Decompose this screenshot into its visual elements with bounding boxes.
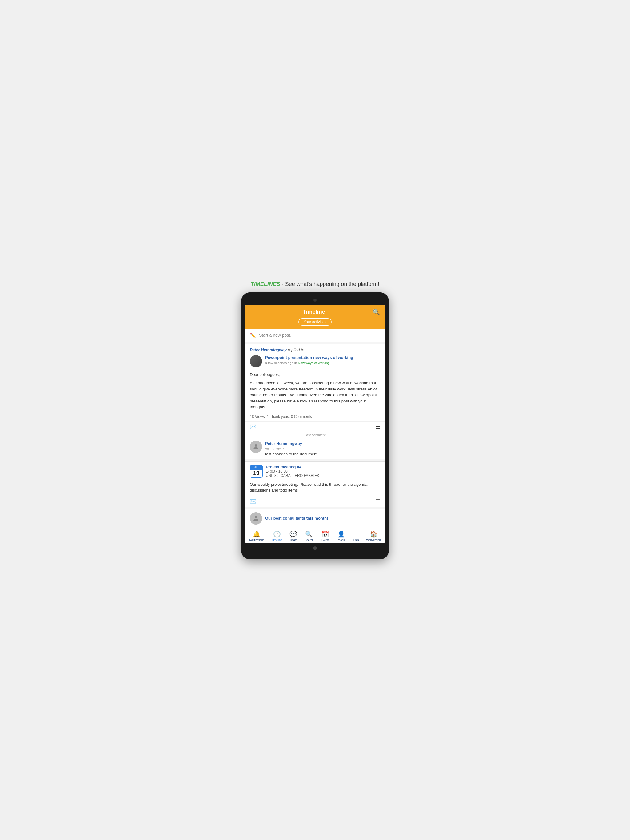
nav-label-webversion: Webversion [366,538,380,542]
timeline-icon: 🕐 [273,531,281,538]
post-action: replied to [288,347,304,352]
event-title[interactable]: Project meeting #4 [266,464,319,469]
people-icon: 👤 [337,531,345,538]
nav-item-chats[interactable]: 💬 Chats [288,530,299,542]
comment-content-1: Peter Hemmingway 29 Jun 2017 last change… [265,441,317,456]
event-info: Project meeting #4 14:00 - 16:30 UNIT80,… [266,464,319,478]
nav-label-lists: Lists [353,538,359,542]
comment-row-1: Peter Hemmingway 29 Jun 2017 last change… [245,438,385,459]
header-search-icon[interactable]: 🔍 [372,308,380,316]
tablet-home-button[interactable] [313,546,317,550]
lists-icon: ☰ [353,531,359,538]
event-email-icon[interactable]: ✉️ [250,498,256,505]
avatar-1 [250,355,262,368]
webversion-icon: 🏠 [370,531,377,538]
post-link-title-1[interactable]: Powerpoint presentation new ways of work… [265,355,353,360]
tablet-device: ☰ Timeline 🔍 Your activities ✏️ Start a … [241,292,389,559]
nav-item-events[interactable]: 📅 Events [319,530,332,542]
post-title-area: Powerpoint presentation new ways of work… [265,355,353,365]
last-comment-divider: Last comment [245,432,385,438]
pencil-icon: ✏️ [250,332,256,338]
search-nav-icon: 🔍 [305,531,313,538]
header-top-row: ☰ Timeline 🔍 [250,308,380,316]
event-header-row: Jul 19 Project meeting #4 14:00 - 16:30 … [245,461,385,480]
commenter-avatar [250,441,262,453]
event-card-1: Jul 19 Project meeting #4 14:00 - 16:30 … [245,461,385,507]
app-title: Timeline [303,309,325,315]
new-post-placeholder: Start a new post... [259,333,294,338]
nav-item-lists[interactable]: ☰ Lists [351,530,361,542]
post-content: As announced last week, we are consideri… [250,380,380,410]
calendar-month: Jul [250,465,263,469]
nav-item-timeline[interactable]: 🕐 Timeline [270,530,284,542]
svg-point-1 [255,516,257,518]
commenter-name: Peter Hemmingway [265,441,302,446]
post-actions-1: ✉️ ☰ [245,421,385,432]
comment-text: last changes to the document [265,452,317,456]
nav-label-events: Events [321,538,330,542]
nav-item-search[interactable]: 🔍 Search [303,530,316,542]
page-tagline: TIMELINES - See what's happening on the … [251,281,380,287]
email-icon[interactable]: ✉️ [250,423,256,430]
activities-button[interactable]: Your activities [298,318,332,325]
nav-label-people: People [337,538,345,542]
list-icon[interactable]: ☰ [375,423,380,430]
avatar-2 [250,512,262,524]
post-meta-1: Peter Hemmingway replied to [245,344,385,354]
hamburger-icon[interactable]: ☰ [250,308,255,316]
nav-item-people[interactable]: 👤 People [335,530,347,542]
post-stats-1: 18 Views, 1 Thank yous, 0 Comments [245,413,385,421]
calendar-badge: Jul 19 [250,464,263,478]
nav-item-webversion[interactable]: 🏠 Webversion [364,530,382,542]
post-body-1: Dear colleagues, As announced last week,… [245,370,385,413]
calendar-day: 19 [250,469,263,477]
bottom-nav: 🔔 Notifications 🕐 Timeline 💬 Chats 🔍 Sea… [245,527,385,543]
post-card-1: Peter Hemmingway replied to Powerpoint p… [245,344,385,459]
post-author: Peter Hemmingway [250,347,287,352]
notifications-icon: 🔔 [253,531,261,538]
nav-label-notifications: Notifications [249,538,264,542]
svg-point-0 [255,444,257,447]
nav-label-timeline: Timeline [272,538,282,542]
nav-label-search: Search [305,538,314,542]
content-area: ✏️ Start a new post... Peter Hemmingway … [245,329,385,527]
tagline-rest: - See what's happening on the platform! [280,281,380,287]
event-list-icon[interactable]: ☰ [375,498,380,505]
post-header-row-1: Powerpoint presentation new ways of work… [245,354,385,370]
nav-label-chats: Chats [290,538,297,542]
tablet-screen: ☰ Timeline 🔍 Your activities ✏️ Start a … [245,305,385,543]
event-location: UNIT80, CABALLERO FABRIEK [266,474,319,478]
tablet-camera [313,298,317,302]
event-time: 14:00 - 16:30 [266,469,319,474]
new-post-bar[interactable]: ✏️ Start a new post... [245,329,385,342]
post-greeting: Dear colleagues, [250,372,380,378]
chats-icon: 💬 [290,531,297,538]
event-actions: ✉️ ☰ [245,496,385,507]
nav-item-notifications[interactable]: 🔔 Notifications [247,530,266,542]
next-post-title[interactable]: Our best consultants this month! [265,516,328,521]
comment-date: 29 Jun 2017 [265,447,284,451]
events-icon: 📅 [321,531,329,538]
app-header: ☰ Timeline 🔍 Your activities [245,305,385,329]
event-body: Our weekly projectmeeting. Please read t… [245,480,385,496]
post-timestamp-1: a few seconds ago in New ways of working [265,361,330,365]
post-preview-2: Our best consultants this month! [245,509,385,527]
brand-name: TIMELINES [251,281,280,287]
post-group-link[interactable]: New ways of working [298,361,329,365]
